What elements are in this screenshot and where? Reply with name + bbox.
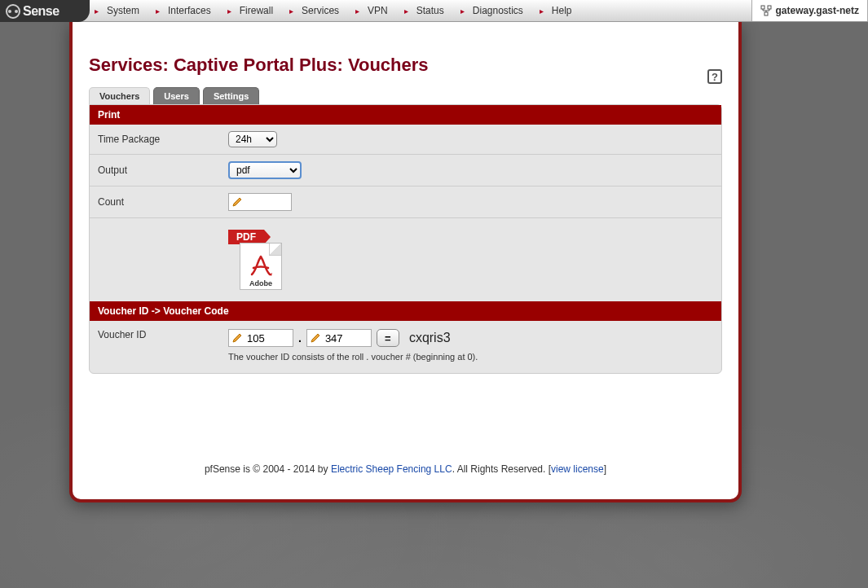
svg-point-2	[15, 10, 18, 13]
tab-vouchers[interactable]: Vouchers	[89, 87, 150, 104]
svg-rect-5	[764, 12, 768, 15]
nav-diagnostics[interactable]: Diagnostics	[456, 0, 535, 21]
input-count[interactable]	[245, 196, 291, 208]
nav-status[interactable]: Status	[399, 0, 456, 21]
label-voucher-id: Voucher ID	[98, 329, 228, 340]
input-voucher-roll[interactable]	[245, 332, 293, 344]
footer-link-esf[interactable]: Electric Sheep Fencing LLC	[331, 463, 452, 475]
label-count: Count	[98, 196, 228, 208]
pfsense-logo-icon	[5, 3, 21, 20]
section-print-heading: Print	[90, 105, 721, 125]
footer: pfSense is © 2004 - 2014 by Electric She…	[89, 463, 722, 475]
top-nav-bar: Sense System Interfaces Firewall Service…	[0, 0, 868, 22]
label-time-package: Time Package	[98, 134, 228, 145]
pdf-download-button[interactable]: PDF Adobe	[228, 230, 287, 290]
row-voucher-id: Voucher ID . = cxqris3	[90, 321, 721, 373]
svg-point-1	[8, 10, 11, 13]
nav-vpn[interactable]: VPN	[350, 0, 399, 21]
network-icon	[760, 5, 772, 16]
select-output[interactable]: pdf	[228, 161, 302, 179]
nav-interfaces[interactable]: Interfaces	[151, 0, 223, 21]
nav-help[interactable]: Help	[535, 0, 584, 21]
section-voucher-heading: Voucher ID -> Voucher Code	[90, 301, 721, 321]
help-icon[interactable]: ?	[707, 69, 722, 84]
pencil-icon	[231, 196, 243, 208]
label-output: Output	[98, 165, 228, 176]
voucher-code-output: cxqris3	[409, 331, 451, 345]
select-time-package[interactable]: 24h	[228, 131, 277, 147]
nav-services[interactable]: Services	[284, 0, 350, 21]
input-roll-wrap	[228, 329, 293, 347]
row-pdf-button: PDF Adobe	[90, 218, 721, 301]
row-count: Count	[90, 186, 721, 218]
content-panel: ? Services: Captive Portal Plus: Voucher…	[69, 22, 742, 502]
row-output: Output pdf	[90, 155, 721, 186]
tab-bar: Vouchers Users Settings	[89, 87, 722, 104]
voucher-hint: The voucher ID consists of the roll . vo…	[228, 352, 713, 362]
nav-system[interactable]: System	[90, 0, 151, 21]
logo-text: Sense	[23, 4, 59, 19]
row-time-package: Time Package 24h	[90, 125, 721, 155]
logo: Sense	[0, 0, 90, 22]
svg-rect-4	[768, 6, 771, 9]
adobe-pdf-icon: Adobe	[240, 243, 282, 290]
voucher-dot: .	[298, 331, 302, 344]
page-title: Services: Captive Portal Plus: Vouchers	[89, 55, 722, 76]
input-count-wrap	[228, 193, 292, 211]
nav-firewall[interactable]: Firewall	[223, 0, 284, 21]
tab-settings[interactable]: Settings	[203, 87, 259, 104]
adobe-label: Adobe	[249, 279, 272, 287]
tab-content: Print Time Package 24h Output pdf	[89, 104, 722, 374]
tab-users[interactable]: Users	[153, 87, 200, 104]
equals-button[interactable]: =	[377, 329, 399, 347]
hostname-text: gateway.gast-netz	[776, 5, 859, 16]
footer-link-license[interactable]: view license	[551, 463, 604, 475]
main-nav: System Interfaces Firewall Services VPN …	[90, 0, 751, 21]
input-voucher-num[interactable]	[324, 332, 371, 344]
svg-rect-3	[761, 6, 764, 9]
pencil-icon	[231, 332, 243, 344]
hostname-box[interactable]: gateway.gast-netz	[751, 0, 868, 21]
pencil-icon	[310, 332, 321, 344]
input-num-wrap	[306, 329, 372, 347]
